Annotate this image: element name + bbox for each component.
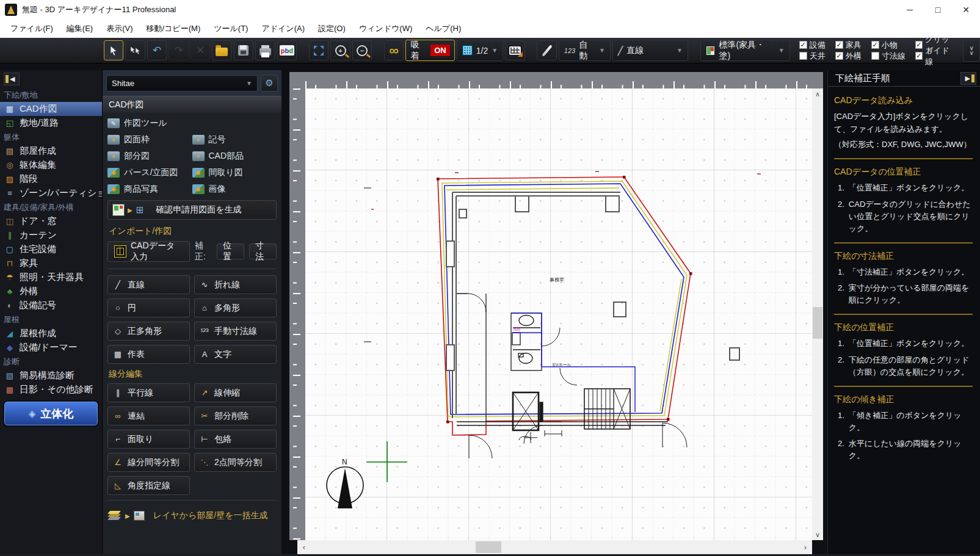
delete-button[interactable]: ✕ — [191, 40, 210, 60]
maximize-button[interactable]: □ — [924, 1, 952, 19]
sidebar-item-hikage-shindan[interactable]: ▩日影・その他診断 — [0, 383, 102, 397]
keypad-button[interactable] — [505, 40, 524, 60]
tool-sakuhyo[interactable]: ▦作表 — [107, 345, 190, 364]
tool-moji[interactable]: A文字 — [194, 345, 277, 364]
tool-kakudo-shiteisen[interactable]: ◺角度指定線 — [107, 476, 190, 495]
print-button[interactable] — [255, 40, 275, 60]
generate-approval-drawing-button[interactable]: ▶ ⊞ 確認申請用図面を生成 — [107, 200, 277, 220]
sidebar-item-kozo-shindan[interactable]: ▧簡易構造診断 — [0, 369, 102, 383]
tool-shudo-sunposen[interactable]: ¹²³手動寸法線 — [194, 322, 277, 341]
guide-panel-collapse-button[interactable]: ▶ — [960, 72, 976, 85]
sidebar-item-jutaku-setsubi[interactable]: ▢住宅設備 — [0, 242, 102, 256]
tool-perspective[interactable]: ✺パース/立面図 — [107, 167, 192, 178]
tool-zumenwaku[interactable]: ✦図面枠 — [107, 134, 192, 145]
snap-toggle-button[interactable]: 吸着 ON — [405, 40, 454, 61]
sidebar-item-yane-sakusei[interactable]: ◢屋根作成 — [0, 327, 102, 341]
layer-dropdown[interactable]: Shitae▼ — [106, 75, 258, 92]
horizontal-scrollbar[interactable]: ‹ › — [297, 540, 812, 554]
tool-seitakakukei[interactable]: ◇正多角形 — [107, 322, 190, 341]
check-tenjo[interactable]: 天井 — [799, 51, 826, 62]
redo-button[interactable]: ↷ — [169, 40, 188, 60]
tool-shohin-shashin[interactable]: ✺商品写真 — [107, 184, 192, 195]
tool-horaku[interactable]: ⊢包絡 — [194, 430, 277, 449]
dimension-correct-button[interactable]: 寸法 — [249, 244, 277, 259]
sidebar-collapse-button[interactable]: ◀ — [4, 73, 20, 85]
minimize-button[interactable]: ─ — [896, 1, 924, 19]
sidebar-item-door-mado[interactable]: ◫ドア・窓 — [0, 214, 102, 228]
sidebar-item-kagu[interactable]: ⊓家具 — [0, 256, 102, 270]
menu-file[interactable]: ファイル(F) — [4, 21, 60, 37]
tool-niten-tobunkatsu[interactable]: ⋱2点間等分割 — [194, 453, 277, 472]
make-3d-button[interactable]: ◈立体化 — [4, 402, 98, 425]
cad-data-input-button[interactable]: CADデータ入力 — [107, 241, 190, 262]
sidebar-item-cad-sakuzu[interactable]: ▦CAD作図 — [0, 102, 102, 116]
layer-settings-button[interactable]: ⚙ — [261, 74, 278, 92]
tool-takakukei[interactable]: ⌂多角形 — [194, 298, 277, 317]
menu-help[interactable]: ヘルプ(H) — [419, 21, 468, 37]
menu-edit[interactable]: 編集(E) — [60, 21, 100, 37]
tool-gazo[interactable]: ✺画像 — [192, 184, 277, 195]
tool-mentori[interactable]: ⌐面取り — [107, 430, 190, 449]
tool-en[interactable]: ○円 — [107, 298, 190, 317]
sidebar-item-gaikou[interactable]: ♣外構 — [0, 284, 102, 298]
scroll-down-button[interactable]: ∨ — [812, 529, 823, 540]
sidebar-item-kutai-henshu[interactable]: ◎躯体編集 — [0, 158, 102, 172]
zoom-out-button[interactable]: − — [352, 40, 372, 60]
check-sunpousen[interactable]: 寸法線 — [871, 51, 906, 62]
sidebar-item-curtain[interactable]: ∥カーテン — [0, 228, 102, 242]
menu-addin[interactable]: アドイン(A) — [255, 21, 311, 37]
check-gaikou[interactable]: ✓外構 — [835, 51, 862, 62]
tool-renketsu[interactable]: ∞連結 — [107, 406, 190, 425]
menu-window[interactable]: ウィンドウ(W) — [352, 21, 419, 37]
save-button[interactable] — [234, 40, 253, 60]
check-setsubi[interactable]: ✓設備 — [799, 40, 826, 51]
sidebar-item-shikichi-doro[interactable]: ◱敷地/道路 — [0, 116, 102, 130]
drawing-viewport[interactable]: 事務室 EVホール 洗面 N — [305, 88, 812, 540]
display-style-dropdown[interactable]: 標準(家具・塗) ▼ — [700, 40, 790, 61]
tool-sen-shinshuku[interactable]: ↗線伸縮 — [194, 383, 277, 402]
tool-sakuzu-tools[interactable]: ✎作図ツール — [107, 118, 277, 129]
export-pbd-button[interactable]: pbd — [277, 40, 297, 60]
tool-senbun-tobunkatsu[interactable]: ∠線分間等分割 — [107, 453, 190, 472]
undo-button[interactable]: ↶ — [147, 40, 167, 60]
measure-pen-button[interactable] — [537, 40, 556, 60]
sidebar-item-zone-partition[interactable]: ≡ゾーン/パーティション — [0, 186, 102, 200]
check-komono[interactable]: ✓小物 — [871, 40, 906, 51]
menu-tools[interactable]: ツール(T) — [207, 21, 255, 37]
multi-select-button[interactable] — [125, 40, 145, 60]
menu-view[interactable]: 表示(V) — [100, 21, 139, 37]
sidebar-item-heya-sakusei[interactable]: ▤部屋作成 — [0, 144, 102, 158]
scroll-left-button[interactable]: ‹ — [297, 543, 311, 552]
open-file-button[interactable] — [212, 40, 231, 60]
sidebar-item-kaidan[interactable]: ▨階段 — [0, 172, 102, 186]
generate-rooms-from-layers-button[interactable]: ▶ レイヤから部屋/壁を一括生成 — [107, 507, 277, 525]
tool-cad-buhin[interactable]: ✦CAD部品 — [192, 151, 277, 162]
tool-bubun-sakujo[interactable]: ✂部分削除 — [194, 406, 277, 425]
scroll-right-button[interactable]: › — [799, 543, 812, 552]
sidebar-item-setsubi-kigo[interactable]: ◐設備記号 — [0, 298, 102, 312]
vertical-scrollbar[interactable]: ∧ ∨ — [812, 88, 823, 540]
hscroll-thumb[interactable] — [476, 541, 501, 553]
scroll-up-button[interactable]: ∧ — [812, 88, 823, 99]
select-tool-button[interactable] — [104, 40, 123, 60]
position-correct-button[interactable]: 位置 — [217, 244, 244, 259]
toolbar-expand-button[interactable]: ∨∨ — [963, 40, 980, 62]
tool-madorizu[interactable]: ✺間取り図 — [192, 167, 277, 178]
tool-chokusen[interactable]: ╱直線 — [107, 275, 190, 294]
menu-settings[interactable]: 設定(O) — [311, 21, 352, 37]
tool-kigo[interactable]: ✦記号 — [192, 134, 277, 145]
menu-move-copy[interactable]: 移動/コピー(M) — [140, 21, 208, 37]
line-type-dropdown[interactable]: ╱ 直線 ▼ — [612, 40, 688, 61]
continuous-draw-button[interactable]: ∞ — [384, 40, 404, 60]
sidebar-item-dormer[interactable]: ◆設備/ドーマー — [0, 341, 102, 355]
zoom-in-button[interactable]: + — [330, 40, 350, 60]
fit-view-button[interactable] — [309, 40, 328, 60]
vscroll-thumb[interactable] — [813, 307, 822, 339]
close-button[interactable]: ✕ — [952, 1, 980, 19]
check-guideline[interactable]: ✓ガイド線 — [915, 51, 956, 62]
tool-bubunzu[interactable]: ✦部分図 — [107, 151, 192, 162]
sidebar-item-shomei[interactable]: ☂照明・天井器具 — [0, 270, 102, 284]
grid-scale-dropdown[interactable]: 1/2 ▼ — [457, 40, 503, 61]
dimension-mode-dropdown[interactable]: 123 自動 ▼ — [559, 40, 611, 61]
check-kagu[interactable]: ✓家具 — [835, 40, 862, 51]
